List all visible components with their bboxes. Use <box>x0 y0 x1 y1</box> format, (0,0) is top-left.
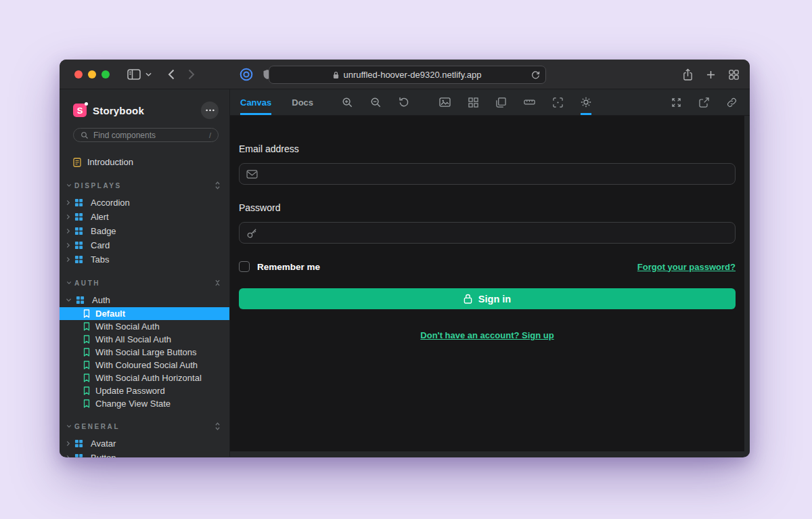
zoom-reset-icon[interactable] <box>399 89 409 115</box>
browser-chrome: unruffled-hoover-de9320.netlify.app <box>60 60 750 89</box>
story-label: Change View State <box>95 399 171 409</box>
sidebar-item-introduction[interactable]: Introduction <box>60 155 229 169</box>
tab-docs[interactable]: Docs <box>292 89 313 115</box>
brand-title: Storybook <box>93 105 144 116</box>
storybook-sidebar: S Storybook Find components / Int <box>60 89 230 457</box>
grid-toggle-icon[interactable] <box>468 89 478 115</box>
collapse-section-icon[interactable] <box>215 278 221 288</box>
item-label: Badge <box>91 226 116 236</box>
bookmark-icon <box>83 348 90 357</box>
story-label: With Coloured Social Auth <box>95 360 198 370</box>
story-item-with-social-large-buttons[interactable]: With Social Large Buttons <box>60 346 229 359</box>
component-icon <box>74 227 83 235</box>
sidebar-item-tabs[interactable]: Tabs <box>60 252 229 267</box>
story-item-default[interactable]: Default <box>60 307 229 320</box>
outline-icon[interactable] <box>553 89 563 115</box>
section-title: AUTH <box>74 279 100 287</box>
item-label: Auth <box>92 295 110 305</box>
component-icon <box>74 198 83 207</box>
collapse-section-icon[interactable] <box>215 181 221 190</box>
story-item-update-password[interactable]: Update Password <box>60 384 229 397</box>
sidebar-item-alert[interactable]: Alert <box>60 210 229 224</box>
search-shortcut: / <box>209 131 211 139</box>
item-label: Card <box>91 240 110 250</box>
background-toggle-icon[interactable] <box>439 89 451 115</box>
sign-up-link[interactable]: Don't have an account? Sign up <box>420 330 554 340</box>
remember-me-checkbox[interactable] <box>239 261 250 272</box>
email-label: Email address <box>239 143 736 154</box>
component-icon <box>74 241 83 250</box>
url-text: unruffled-hoover-de9320.netlify.app <box>343 70 481 80</box>
remember-me-label: Remember me <box>257 262 320 272</box>
viewport-icon[interactable] <box>496 89 506 115</box>
sidebar-toggle-icon[interactable] <box>127 69 141 80</box>
component-tree: Introduction DISPLAYS Accordion <box>60 155 229 457</box>
copy-link-icon[interactable] <box>727 89 737 115</box>
item-label: Accordion <box>91 198 130 208</box>
sidebar-item-badge[interactable]: Badge <box>60 224 229 238</box>
fullscreen-icon[interactable] <box>671 89 681 115</box>
traffic-lights <box>74 70 110 78</box>
story-label: With Social Large Buttons <box>95 347 197 357</box>
zoom-out-icon[interactable] <box>370 89 381 115</box>
tab-overview-icon[interactable] <box>729 70 739 80</box>
password-field[interactable] <box>239 222 736 244</box>
bookmark-icon <box>83 361 90 369</box>
canvas-toolbar: Canvas Docs <box>230 89 750 116</box>
url-bar[interactable]: unruffled-hoover-de9320.netlify.app <box>269 66 546 84</box>
section-header-auth[interactable]: AUTH <box>60 276 229 290</box>
item-label: Button <box>91 453 116 457</box>
measure-icon[interactable] <box>524 89 535 115</box>
tab-canvas[interactable]: Canvas <box>240 89 271 115</box>
story-label: Default <box>95 309 125 319</box>
sidebar-item-button[interactable]: Button <box>60 451 229 457</box>
storybook-logo: S <box>73 104 87 117</box>
bookmark-icon <box>83 322 90 331</box>
storybook-logo-letter: S <box>77 106 83 116</box>
forgot-password-link[interactable]: Forgot your password? <box>637 262 736 272</box>
story-label: With All Social Auth <box>95 334 171 344</box>
section-header-general[interactable]: GENERAL <box>60 420 229 433</box>
reload-icon[interactable] <box>531 70 540 79</box>
email-field[interactable] <box>239 163 736 185</box>
collapse-section-icon[interactable] <box>215 422 221 431</box>
new-tab-icon[interactable] <box>706 70 715 79</box>
zoom-in-icon[interactable] <box>342 89 353 115</box>
section-title: GENERAL <box>74 423 120 430</box>
sidebar-item-card[interactable]: Card <box>60 238 229 252</box>
chevron-down-icon[interactable] <box>145 72 152 76</box>
story-item-with-all-social-auth[interactable]: With All Social Auth <box>60 333 229 346</box>
forward-button[interactable] <box>188 69 195 80</box>
sidebar-item-auth[interactable]: Auth <box>60 293 229 307</box>
item-label: Introduction <box>87 157 133 167</box>
story-item-with-social-auth[interactable]: With Social Auth <box>60 320 229 333</box>
sidebar-menu-button[interactable] <box>201 101 219 119</box>
section-header-displays[interactable]: DISPLAYS <box>60 179 229 192</box>
sidebar-item-accordion[interactable]: Accordion <box>60 196 229 210</box>
envelope-icon <box>246 170 258 179</box>
component-icon <box>74 453 83 457</box>
back-button[interactable] <box>168 69 175 80</box>
lock-icon <box>464 294 472 304</box>
story-item-change-view-state[interactable]: Change View State <box>60 397 229 410</box>
zoom-window-button[interactable] <box>102 70 110 78</box>
minimize-window-button[interactable] <box>88 70 96 78</box>
key-icon <box>246 227 258 239</box>
ssl-lock-icon <box>333 71 339 79</box>
open-in-new-tab-icon[interactable] <box>699 89 709 115</box>
search-input[interactable]: Find components / <box>73 128 219 142</box>
storybook-main: Canvas Docs <box>230 89 750 457</box>
sign-in-button[interactable]: Sign in <box>239 288 736 309</box>
onepassword-icon[interactable] <box>240 68 253 81</box>
story-label: Update Password <box>95 386 165 396</box>
share-icon[interactable] <box>683 68 693 81</box>
story-item-with-social-auth-horizontal[interactable]: With Social Auth Horizontal <box>60 371 229 384</box>
theme-toggle-sun-icon[interactable] <box>581 89 591 115</box>
browser-window: unruffled-hoover-de9320.netlify.app S St… <box>60 60 750 457</box>
story-item-with-coloured-social-auth[interactable]: With Coloured Social Auth <box>60 359 229 371</box>
item-label: Alert <box>91 212 109 222</box>
story-label: With Social Auth Horizontal <box>95 373 202 383</box>
close-window-button[interactable] <box>74 70 83 78</box>
sidebar-item-avatar[interactable]: Avatar <box>60 436 229 451</box>
story-canvas: Email address Password Rem <box>230 116 744 451</box>
